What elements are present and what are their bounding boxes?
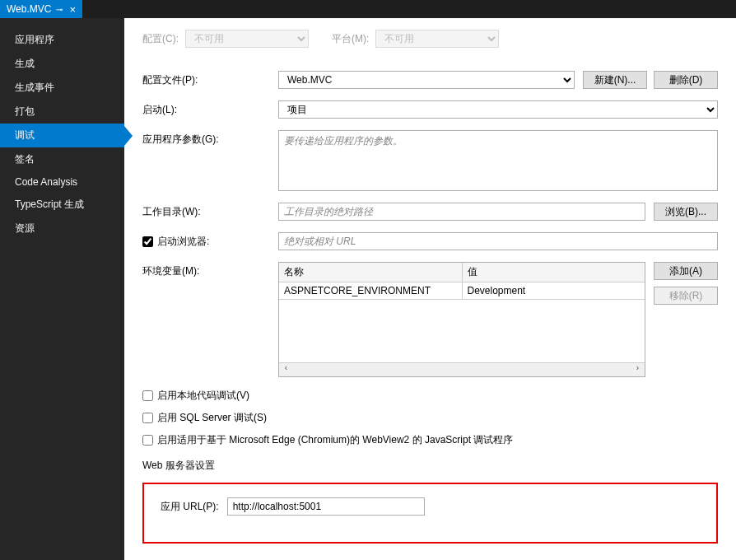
workdir-input[interactable]: [278, 203, 645, 221]
launch-browser-input[interactable]: [278, 232, 718, 250]
workdir-label: 工作目录(W):: [142, 203, 278, 219]
close-icon[interactable]: ×: [69, 3, 76, 16]
table-row: ASPNETCORE_ENVIRONMENT Development: [279, 282, 645, 300]
content-panel: 配置(C): 不可用 平台(M): 不可用 配置文件(P): Web.MVC 新: [124, 18, 736, 560]
sidebar-item-build[interactable]: 生成: [0, 52, 124, 76]
sidebar-item-resources[interactable]: 资源: [0, 217, 124, 240]
env-header-name[interactable]: 名称: [279, 263, 462, 282]
webview2-label: 启用适用于基于 Microsoft Edge (Chromium)的 WebVi…: [157, 433, 513, 447]
delete-profile-button[interactable]: 删除(D): [654, 71, 718, 89]
sidebar-item-signing[interactable]: 签名: [0, 147, 124, 171]
launch-select[interactable]: 项目: [278, 100, 718, 119]
sidebar-item-code-analysis[interactable]: Code Analysis: [0, 171, 124, 193]
pin-icon[interactable]: ⊸: [56, 5, 63, 14]
app-url-label: 应用 URL(P):: [161, 500, 219, 514]
env-cell-name[interactable]: ASPNETCORE_ENVIRONMENT: [279, 282, 462, 300]
tab-title: Web.MVC: [7, 3, 51, 15]
env-label: 环境变量(M):: [142, 262, 278, 278]
webview2-checkbox[interactable]: [142, 435, 153, 446]
web-server-title: Web 服务器设置: [142, 459, 718, 473]
env-h-scrollbar[interactable]: ‹ ›: [279, 362, 645, 376]
scroll-left-icon[interactable]: ‹: [279, 363, 293, 376]
new-profile-button[interactable]: 新建(N)...: [583, 71, 647, 89]
env-table[interactable]: 名称 值 ASPNETCORE_ENVIRONMENT Development: [278, 262, 645, 377]
sidebar-item-typescript[interactable]: TypeScript 生成: [0, 193, 124, 217]
sql-debug-label: 启用 SQL Server 调试(S): [157, 411, 267, 425]
launch-browser-checkbox[interactable]: [142, 236, 153, 247]
env-add-button[interactable]: 添加(A): [654, 262, 718, 280]
profile-select[interactable]: Web.MVC: [278, 71, 575, 89]
config-label: 配置(C):: [142, 32, 179, 46]
launch-label: 启动(L):: [142, 100, 278, 117]
sql-debug-checkbox[interactable]: [142, 413, 153, 423]
app-url-input[interactable]: [227, 497, 425, 516]
native-debug-checkbox[interactable]: [142, 390, 153, 401]
sidebar-item-debug[interactable]: 调试: [0, 124, 124, 147]
tab-webmvc[interactable]: Web.MVC ⊸ ×: [0, 0, 82, 18]
launch-browser-label: 启动浏览器:: [157, 235, 209, 249]
env-remove-button: 移除(R): [654, 287, 718, 305]
scroll-right-icon[interactable]: ›: [631, 363, 645, 376]
native-debug-label: 启用本地代码调试(V): [157, 389, 249, 403]
env-cell-value[interactable]: Development: [462, 282, 645, 300]
tab-bar: Web.MVC ⊸ ×: [0, 0, 736, 18]
browse-button[interactable]: 浏览(B)...: [654, 203, 718, 221]
platform-select: 不可用: [375, 30, 499, 48]
config-select: 不可用: [185, 30, 309, 48]
args-label: 应用程序参数(G):: [142, 130, 278, 147]
env-header-value[interactable]: 值: [462, 263, 645, 282]
highlight-box: 应用 URL(P):: [142, 483, 718, 544]
sidebar: 应用程序 生成 生成事件 打包 调试 签名 Code Analysis Type…: [0, 18, 124, 560]
profile-label: 配置文件(P):: [142, 71, 278, 87]
sidebar-item-app[interactable]: 应用程序: [0, 28, 124, 52]
args-textarea[interactable]: [278, 130, 718, 191]
platform-label: 平台(M):: [332, 32, 369, 46]
sidebar-item-build-events[interactable]: 生成事件: [0, 76, 124, 100]
sidebar-item-package[interactable]: 打包: [0, 100, 124, 124]
